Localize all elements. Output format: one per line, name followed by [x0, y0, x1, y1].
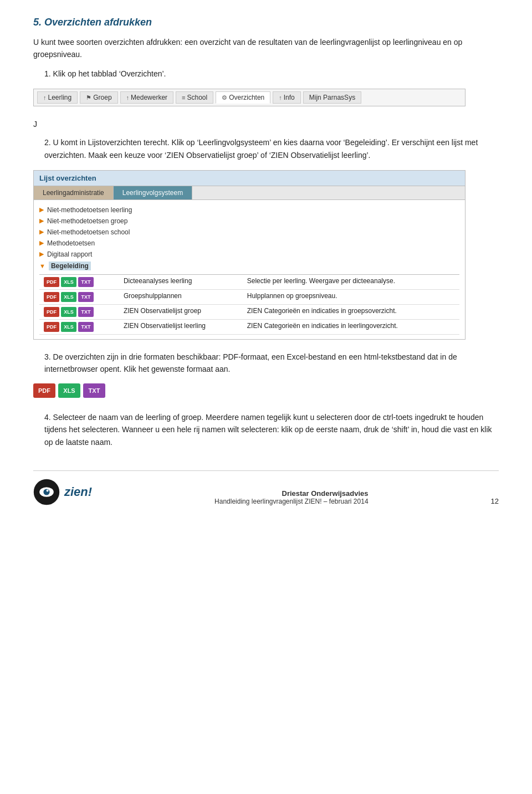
nav-screenshot: ↑ Leerling ⚑ Groep ↑ Medewerker ≡ School… — [33, 89, 466, 106]
arrow-icon-2: ▶ — [39, 228, 44, 235]
xls-icon[interactable]: XLS — [61, 322, 76, 332]
txt-icon[interactable]: TXT — [78, 292, 94, 302]
footer-page: 12 — [491, 497, 499, 505]
nav-tab-school[interactable]: ≡ School — [176, 91, 213, 104]
format-icons-row0: PDF XLS TXT — [44, 277, 115, 287]
pdf-icon-large[interactable]: PDF — [33, 383, 55, 398]
step3-text: 3. De overzichten zijn in drie formaten … — [44, 351, 499, 376]
list-item-label-1: Niet-methodetoetsen groep — [47, 217, 127, 225]
nav-tab-mijnparnassys[interactable]: Mijn ParnasSys — [303, 91, 361, 104]
letter-j: J — [33, 120, 499, 129]
nav-tab-info[interactable]: ↑ Info — [273, 91, 301, 104]
arrow-icon-5: ▼ — [39, 263, 45, 269]
list-overzichten-screenshot: Lijst overzichten Leerlingadministratie … — [33, 170, 466, 340]
sub-name-1: Groepshulpplannen — [119, 289, 243, 304]
txt-icon[interactable]: TXT — [78, 277, 94, 287]
format-icons-large: PDF XLS TXT — [33, 383, 499, 398]
info-icon: ↑ — [279, 94, 282, 101]
txt-icon[interactable]: TXT — [78, 307, 94, 317]
nav-tab-info-label: Info — [284, 94, 295, 101]
pdf-icon[interactable]: PDF — [44, 277, 59, 287]
pdf-icon[interactable]: PDF — [44, 307, 59, 317]
list-item-label-4: Digitaal rapport — [47, 250, 92, 258]
xls-icon[interactable]: XLS — [61, 307, 76, 317]
section-title: 5. Overzichten afdrukken — [33, 17, 499, 28]
overzichten-icon: ⚙ — [222, 94, 227, 101]
table-row: PDF XLS TXT Groepshulpplannen Hulpplanne… — [39, 289, 459, 304]
nav-tab-medewerker[interactable]: ↑ Medewerker — [120, 91, 174, 104]
school-icon: ≡ — [182, 94, 185, 101]
nav-tab-mijnparnassys-label: Mijn ParnasSys — [309, 94, 355, 101]
medewerker-icon: ↑ — [126, 94, 130, 101]
footer-logo: zien! — [33, 479, 92, 505]
footer-company: Driestar Onderwijsadvies — [214, 489, 369, 498]
xls-icon[interactable]: XLS — [61, 292, 76, 302]
arrow-icon-4: ▶ — [39, 250, 44, 258]
table-row: PDF XLS TXT Dicteeanalyses leerling Sele… — [39, 274, 459, 289]
list-item-label-0: Niet-methodetoetsen leerling — [47, 206, 132, 214]
list-item: ▶ Niet-methodetoetsen leerling — [39, 204, 459, 216]
format-icons-row1: PDF XLS TXT — [44, 292, 115, 302]
txt-icon-large[interactable]: TXT — [83, 383, 105, 398]
list-item-label-2: Niet-methodetoetsen school — [47, 228, 130, 236]
footer-right: Driestar Onderwijsadvies Handleiding lee… — [214, 489, 369, 505]
arrow-icon-1: ▶ — [39, 217, 44, 224]
list-item: ▶ Niet-methodetoetsen groep — [39, 216, 459, 227]
pdf-icon[interactable]: PDF — [44, 292, 59, 302]
list-item: ▶ Niet-methodetoetsen school — [39, 227, 459, 238]
pdf-icon[interactable]: PDF — [44, 322, 59, 332]
list-tabs: Leerlingadministratie Leerlingvolgsystee… — [34, 186, 465, 200]
footer: zien! Driestar Onderwijsadvies Handleidi… — [33, 470, 499, 505]
xls-icon[interactable]: XLS — [61, 277, 76, 287]
leerling-icon: ↑ — [43, 94, 47, 101]
sub-name-2: ZIEN Observatielijst groep — [119, 304, 243, 319]
list-item: ▼ Begeleiding — [39, 260, 459, 272]
svg-point-3 — [47, 490, 49, 492]
step4-text: 4. Selecteer de naam van de leerling of … — [44, 411, 499, 448]
nav-tab-leerling-label: Leerling — [48, 94, 72, 101]
zien-logo-icon — [33, 479, 60, 505]
list-body: ▶ Niet-methodetoetsen leerling ▶ Niet-me… — [34, 200, 465, 339]
nav-tab-leerling[interactable]: ↑ Leerling — [37, 91, 78, 104]
list-header: Lijst overzichten — [34, 171, 465, 186]
groep-icon: ⚑ — [86, 94, 91, 101]
list-item-label-5: Begeleiding — [49, 262, 91, 270]
footer-subtitle: Handleiding leerlingvragenlijst ZIEN! – … — [214, 498, 369, 505]
nav-tab-groep[interactable]: ⚑ Groep — [80, 91, 117, 104]
nav-tab-school-label: School — [187, 94, 208, 101]
list-sub-table: PDF XLS TXT Dicteeanalyses leerling Sele… — [39, 274, 459, 335]
table-row: PDF XLS TXT ZIEN Observatielijst leerlin… — [39, 319, 459, 334]
nav-tab-groep-label: Groep — [93, 94, 111, 101]
list-item: ▶ Methodetoetsen — [39, 238, 459, 249]
step2-text: 2. U komt in Lijstoverzichten terecht. K… — [44, 136, 499, 161]
intro-text: U kunt twee soorten overzichten afdrukke… — [33, 36, 499, 61]
format-icons-row3: PDF XLS TXT — [44, 322, 115, 332]
sub-desc-3: ZIEN Categorieën en indicaties in leerli… — [243, 319, 459, 334]
xls-icon-large[interactable]: XLS — [58, 383, 80, 398]
nav-tab-overzichten-label: Overzichten — [229, 94, 264, 101]
table-row: PDF XLS TXT ZIEN Observatielijst groep Z… — [39, 304, 459, 319]
sub-name-3: ZIEN Observatielijst leerling — [119, 319, 243, 334]
tab-leerlingvolgsysteem[interactable]: Leerlingvolgsysteem — [114, 186, 192, 199]
nav-tab-medewerker-label: Medewerker — [131, 94, 167, 101]
svg-point-2 — [43, 489, 49, 495]
arrow-icon-0: ▶ — [39, 206, 44, 213]
nav-tab-overzichten[interactable]: ⚙ Overzichten — [216, 91, 270, 104]
list-item-label-3: Methodetoetsen — [47, 239, 95, 247]
tab-leerlingadministratie[interactable]: Leerlingadministratie — [34, 186, 114, 199]
format-icons-row2: PDF XLS TXT — [44, 307, 115, 317]
step1-text: 1. Klik op het tabblad ‘Overzichten’. — [44, 68, 499, 80]
list-item: ▶ Digitaal rapport — [39, 249, 459, 260]
arrow-icon-3: ▶ — [39, 239, 44, 247]
sub-desc-1: Hulpplannen op groepsniveau. — [243, 289, 459, 304]
sub-name-0: Dicteeanalyses leerling — [119, 274, 243, 289]
sub-desc-0: Selectie per leerling. Weergave per dict… — [243, 274, 459, 289]
sub-desc-2: ZIEN Categorieën en indicaties in groeps… — [243, 304, 459, 319]
txt-icon[interactable]: TXT — [78, 322, 94, 332]
zien-logo-text: zien! — [64, 485, 92, 499]
